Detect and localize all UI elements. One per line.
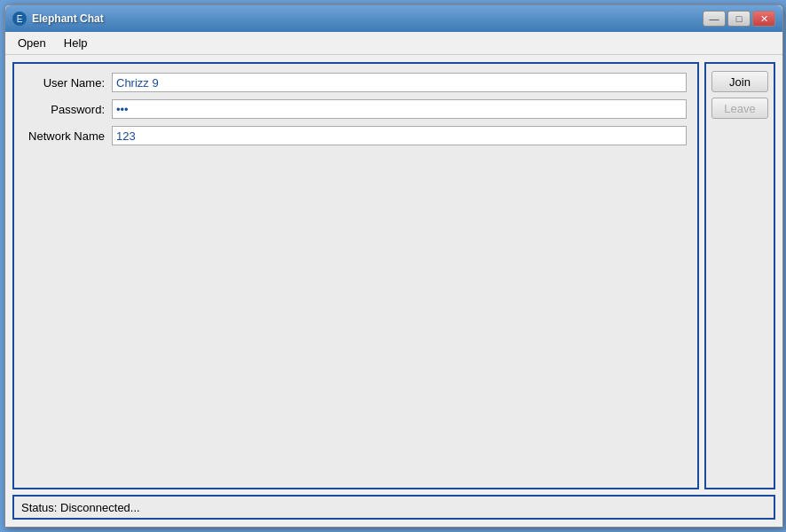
title-bar-left: E Elephant Chat xyxy=(12,12,104,26)
password-label: Password: xyxy=(25,103,105,116)
maximize-button[interactable]: □ xyxy=(727,11,751,27)
status-text: Status: Disconnected... xyxy=(21,501,140,514)
window-title: Elephant Chat xyxy=(32,12,104,25)
menu-bar: Open Help xyxy=(5,32,782,55)
leave-button[interactable]: Leave xyxy=(711,98,768,119)
controls-area: Join Leave xyxy=(704,62,775,489)
form-and-controls: User Name: Password: Network Name Join L… xyxy=(12,62,775,489)
close-button[interactable]: ✕ xyxy=(752,11,775,27)
form-area: User Name: Password: Network Name xyxy=(12,62,699,489)
app-icon: E xyxy=(12,12,27,26)
menu-open[interactable]: Open xyxy=(9,35,55,51)
username-input[interactable] xyxy=(112,73,687,92)
password-row: Password: xyxy=(25,99,687,119)
join-button[interactable]: Join xyxy=(711,71,768,92)
menu-help[interactable]: Help xyxy=(55,35,97,51)
password-input[interactable] xyxy=(112,99,687,119)
username-row: User Name: xyxy=(25,73,687,92)
network-row: Network Name xyxy=(25,126,687,145)
username-label: User Name: xyxy=(25,76,105,90)
window-controls: — □ ✕ xyxy=(703,11,775,27)
status-bar: Status: Disconnected... xyxy=(12,495,775,520)
main-window: E Elephant Chat — □ ✕ Open Help User Nam… xyxy=(4,4,783,528)
network-input[interactable] xyxy=(112,126,687,145)
network-label: Network Name xyxy=(25,129,105,143)
minimize-button[interactable]: — xyxy=(703,11,726,27)
title-bar: E Elephant Chat — □ ✕ xyxy=(5,5,782,32)
main-content: User Name: Password: Network Name Join L… xyxy=(5,55,782,527)
